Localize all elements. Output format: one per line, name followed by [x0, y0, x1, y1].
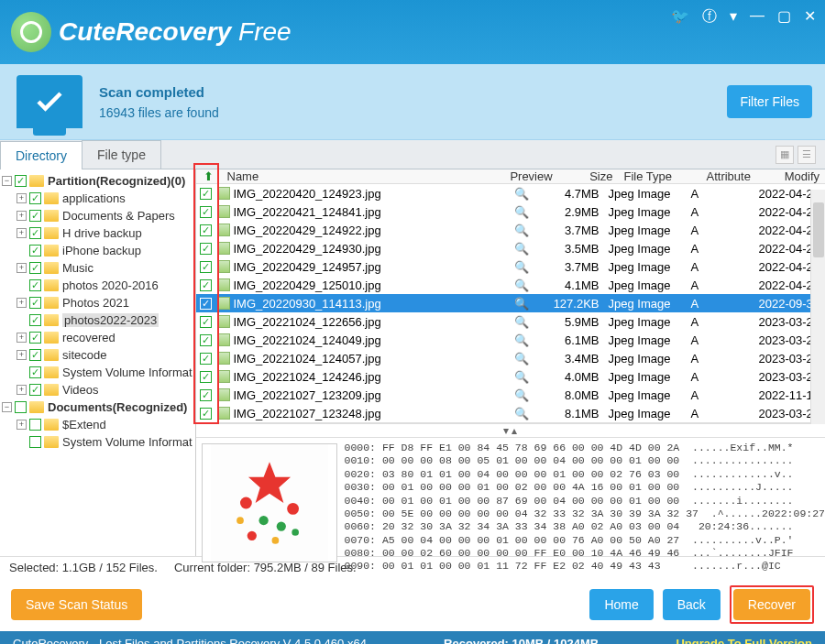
tree-item[interactable]: ✓System Volume Informat: [0, 364, 195, 381]
file-checkbox[interactable]: ✓: [200, 261, 212, 273]
file-checkbox[interactable]: ✓: [200, 389, 212, 401]
tree-item[interactable]: System Volume Informat: [0, 433, 195, 451]
tree-item[interactable]: ✓photos 2020-2016: [0, 277, 195, 294]
file-icon: [217, 278, 230, 291]
splitter-handle[interactable]: ▾ ▴: [196, 423, 826, 438]
file-type: Jpeg Image: [609, 297, 691, 311]
file-type: Jpeg Image: [609, 388, 691, 402]
save-scan-status-button[interactable]: Save Scan Status: [11, 589, 142, 620]
file-checkbox[interactable]: ✓: [200, 243, 212, 255]
tree-root-documents[interactable]: −Documents(Recognized): [0, 398, 195, 416]
file-row[interactable]: ✓IMG_20221024_124057.jpg🔍3.4MBJpeg Image…: [196, 349, 826, 367]
tree-item[interactable]: +✓H drive backup: [0, 224, 195, 242]
preview-icon[interactable]: 🔍: [494, 297, 549, 311]
file-checkbox[interactable]: ✓: [200, 206, 212, 218]
tree-item[interactable]: +✓Music: [0, 259, 195, 277]
file-type: Jpeg Image: [609, 370, 691, 384]
preview-icon[interactable]: 🔍: [494, 315, 549, 329]
upgrade-link[interactable]: Upgrade To Full Version: [676, 637, 812, 645]
tree-root-partition[interactable]: −✓Partition(Recognized)(0): [0, 172, 195, 190]
file-checkbox[interactable]: ✓: [200, 371, 212, 383]
filter-files-button[interactable]: Filter Files: [727, 85, 812, 118]
file-checkbox[interactable]: ✓: [200, 334, 212, 346]
file-checkbox[interactable]: ✓: [200, 316, 212, 328]
file-checkbox[interactable]: ✓: [200, 279, 212, 291]
file-row[interactable]: ✓IMG_20220429_124922.jpg🔍3.7MBJpeg Image…: [196, 221, 826, 239]
file-size: 3.5MB: [549, 242, 609, 256]
twitter-icon[interactable]: 🐦: [671, 7, 689, 27]
tree-item[interactable]: +✓sitecode: [0, 346, 195, 364]
file-row[interactable]: ✓IMG_20220421_124841.jpg🔍2.9MBJpeg Image…: [196, 202, 826, 221]
scan-files-count: 16943 files are found: [99, 105, 219, 120]
file-checkbox[interactable]: ✓: [200, 353, 212, 365]
list-view-icon[interactable]: ☰: [798, 146, 816, 164]
file-row[interactable]: ✓IMG_20220429_125010.jpg🔍4.1MBJpeg Image…: [196, 276, 826, 294]
file-checkbox[interactable]: ✓: [200, 188, 212, 200]
monitor-icon: [16, 75, 82, 128]
hex-viewer: 0000: FF D8 FF E1 00 84 45 78 69 66 00 0…: [343, 438, 826, 573]
tree-item[interactable]: +✓applications: [0, 190, 195, 207]
file-row[interactable]: ✓IMG_20220429_124930.jpg🔍3.5MBJpeg Image…: [196, 239, 826, 257]
scrollbar-vertical[interactable]: [810, 190, 825, 424]
file-attr: A: [691, 352, 757, 366]
file-checkbox[interactable]: ✓: [200, 408, 212, 420]
file-row[interactable]: ✓IMG_20221024_122656.jpg🔍5.9MBJpeg Image…: [196, 312, 826, 331]
file-icon: [217, 388, 230, 401]
minimize-icon[interactable]: —: [750, 7, 764, 27]
tree-item[interactable]: +✓Documents & Papers: [0, 207, 195, 224]
file-checkbox[interactable]: ✓: [200, 224, 212, 236]
menu-icon[interactable]: ▾: [730, 7, 737, 27]
col-preview[interactable]: Preview: [504, 169, 559, 183]
file-attr: A: [691, 297, 757, 311]
file-row[interactable]: ✓IMG_20220930_114113.jpg🔍127.2KBJpeg Ima…: [196, 294, 826, 312]
preview-icon[interactable]: 🔍: [494, 260, 549, 274]
file-row[interactable]: ✓IMG_20221024_124246.jpg🔍4.0MBJpeg Image…: [196, 367, 826, 386]
file-name: IMG_20221024_124049.jpg: [234, 333, 494, 347]
preview-icon[interactable]: 🔍: [494, 333, 549, 347]
maximize-icon[interactable]: ▢: [777, 7, 791, 27]
footer-version: CuteRecovery - Lost Files and Partitions…: [13, 637, 367, 645]
col-attr[interactable]: Attribute: [701, 169, 767, 183]
col-name[interactable]: Name: [222, 169, 504, 183]
file-attr: A: [691, 315, 757, 329]
col-size[interactable]: Size: [559, 169, 619, 183]
tab-filetype[interactable]: File type: [82, 140, 161, 169]
tree-item[interactable]: +✓Videos: [0, 381, 195, 398]
preview-icon[interactable]: 🔍: [494, 224, 549, 237]
tree-item[interactable]: +✓recovered: [0, 329, 195, 346]
file-row[interactable]: ✓IMG_20221024_124049.jpg🔍6.1MBJpeg Image…: [196, 331, 826, 349]
file-row[interactable]: ✓IMG_20221027_123209.jpg🔍8.0MBJpeg Image…: [196, 386, 826, 404]
brand-wrap: CuteRecovery Free: [11, 12, 292, 52]
tree-item-selected[interactable]: ✓photos2022-2023: [0, 311, 195, 329]
back-button[interactable]: Back: [663, 589, 720, 620]
preview-icon[interactable]: 🔍: [494, 407, 549, 420]
grid-view-icon[interactable]: ▦: [776, 146, 794, 164]
tree-item[interactable]: +$Extend: [0, 416, 195, 433]
recover-button[interactable]: Recover: [733, 589, 810, 620]
file-icon: [217, 187, 230, 200]
preview-icon[interactable]: 🔍: [494, 278, 549, 292]
home-button[interactable]: Home: [589, 589, 653, 620]
preview-icon[interactable]: 🔍: [494, 205, 549, 219]
file-checkbox[interactable]: ✓: [200, 298, 212, 310]
preview-icon[interactable]: 🔍: [494, 187, 549, 201]
tree-item[interactable]: +✓Photos 2021: [0, 294, 195, 311]
tab-directory[interactable]: Directory: [0, 141, 82, 169]
preview-icon[interactable]: 🔍: [494, 242, 549, 256]
preview-icon[interactable]: 🔍: [494, 352, 549, 366]
col-modify[interactable]: Modify: [767, 169, 826, 183]
directory-tree: −✓Partition(Recognized)(0) +✓application…: [0, 169, 196, 556]
file-row[interactable]: ✓IMG_20221027_123248.jpg🔍8.1MBJpeg Image…: [196, 404, 826, 422]
file-icon: [217, 297, 230, 310]
tree-item[interactable]: ✓iPhone backup: [0, 242, 195, 259]
facebook-icon[interactable]: ⓕ: [702, 7, 717, 27]
preview-icon[interactable]: 🔍: [494, 370, 549, 384]
file-row[interactable]: ✓IMG_20220420_124923.jpg🔍4.7MBJpeg Image…: [196, 184, 826, 202]
preview-icon[interactable]: 🔍: [494, 388, 549, 402]
file-row[interactable]: ✓IMG_20220429_124957.jpg🔍3.7MBJpeg Image…: [196, 257, 826, 276]
file-type: Jpeg Image: [609, 242, 691, 256]
col-type[interactable]: File Type: [619, 169, 701, 183]
close-icon[interactable]: ✕: [804, 7, 816, 27]
file-type: Jpeg Image: [609, 407, 691, 420]
sort-arrow-icon[interactable]: ⬆: [196, 169, 222, 183]
